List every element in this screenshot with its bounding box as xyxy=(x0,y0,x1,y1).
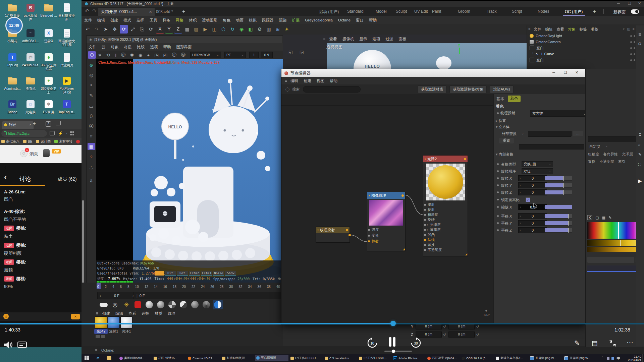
node-canvas[interactable]: ▾ 纹理投射 ▾ 图像纹理 强度变换投射 ◢ ▾ 光泽2 xyxy=(281,94,493,324)
forward-30-button[interactable]: 30 xyxy=(410,337,422,349)
layout-add-icon[interactable]: + xyxy=(593,8,596,14)
volume-cube-icon[interactable]: ⬡ xyxy=(219,25,227,34)
collapse-icon[interactable]: ▾ xyxy=(317,229,319,232)
props-position-group[interactable]: ▸ 位置 xyxy=(496,118,506,123)
prop-value[interactable]: 0 xyxy=(532,214,534,218)
rotate-band-icon[interactable]: ⟳ xyxy=(147,25,155,34)
edge-list-icon[interactable]: ≣ xyxy=(638,32,641,37)
prop-slider-notch[interactable] xyxy=(568,214,569,219)
viewport-layout-icon[interactable]: ▦ xyxy=(183,25,191,34)
node-glossy-out-port[interactable] xyxy=(464,158,466,160)
preset-red-icon[interactable] xyxy=(133,300,143,309)
player-panel-icon[interactable]: ▤ xyxy=(592,339,598,347)
url-pill[interactable]: https://tv.2qj.c xyxy=(1,130,47,137)
rewind-10-button[interactable]: 10 xyxy=(366,337,378,349)
taskbar-item-14[interactable]: 开屏测.png W... xyxy=(563,355,596,361)
menu-3[interactable]: 创建 xyxy=(110,18,118,23)
lock-resolution-icon[interactable]: ◉ xyxy=(139,53,142,58)
port-薄膜层[interactable]: ▸薄膜层 xyxy=(423,227,468,232)
om-list-icon[interactable]: ≡ xyxy=(633,27,635,31)
menu-10[interactable]: 运动图形 xyxy=(202,18,217,23)
start-button[interactable] xyxy=(85,356,89,360)
redo-icon[interactable]: ↷ xyxy=(93,25,101,34)
props-external-chevron[interactable]: ⌄ xyxy=(521,131,524,135)
prop-slider[interactable] xyxy=(545,205,572,209)
node-resize-grip[interactable]: ◢ xyxy=(465,253,467,256)
port-凹凸[interactable]: 凹凸 xyxy=(423,232,468,237)
layout-tab-[interactable]: 启动 (用户) xyxy=(319,9,339,15)
octane-menu-3[interactable]: 对象 xyxy=(111,45,119,50)
mini-slider-knob[interactable] xyxy=(392,350,395,353)
tick-28[interactable]: 28 xyxy=(220,285,223,289)
viewport-menu-1[interactable]: 查看 xyxy=(329,37,337,42)
port-dot[interactable] xyxy=(368,229,370,231)
attr-custom-label[interactable]: 自定义 xyxy=(589,144,600,149)
checker-overlay-icon[interactable]: ▦ xyxy=(88,143,95,150)
pass-shdw-button[interactable]: Shdw xyxy=(225,271,236,276)
player-shrink-icon[interactable] xyxy=(609,340,616,347)
pass-ref-button[interactable]: Ref xyxy=(177,271,188,276)
object-name[interactable]: 空白 xyxy=(536,46,630,51)
object-name[interactable]: OctaneDayLight xyxy=(536,34,630,38)
show-desktop-sliver[interactable] xyxy=(642,354,644,362)
edge-pen-icon[interactable]: ✎ xyxy=(638,152,642,157)
attr-channel-光泽层[interactable]: 光泽层 xyxy=(622,152,633,157)
autofocus-tool-icon[interactable]: Ⓐ xyxy=(88,123,95,130)
tray-icon-1[interactable] xyxy=(607,357,609,360)
bookmark-4[interactable]: 素材中转 xyxy=(54,139,72,144)
focus-picker-icon[interactable]: Ⓕ xyxy=(172,52,176,58)
prop-port-dot[interactable] xyxy=(497,222,499,224)
enable-dot-2[interactable] xyxy=(634,53,635,55)
menu-1[interactable]: 文件 xyxy=(84,18,92,23)
enable-dot-1[interactable] xyxy=(630,53,632,55)
props-internal-group[interactable]: ▾ 内部变换 xyxy=(496,152,514,157)
prop-value[interactable]: 0 xyxy=(532,228,534,232)
attr-channel-不透明度[interactable]: 不透明度 xyxy=(599,159,614,164)
collapse-icon[interactable]: ▾ xyxy=(369,194,370,197)
props-projection-dropdown[interactable]: 立方体⌄ xyxy=(530,110,588,117)
material-name[interactable]: 光泽2 xyxy=(94,329,108,334)
props-tab-shading[interactable]: 着色 xyxy=(508,96,521,102)
preset-half-icon[interactable] xyxy=(178,300,189,309)
node-image-texture[interactable]: ▾ 图像纹理 强度变换投射 ◢ xyxy=(367,192,406,251)
settings-gear-icon[interactable]: ⚙ xyxy=(256,25,264,34)
enable-dot-1[interactable] xyxy=(630,41,632,43)
frame-stepper[interactable]: ‹ 0 F › xyxy=(97,292,136,299)
menu-12[interactable]: 动画 xyxy=(236,18,244,23)
tick-16[interactable]: 16 xyxy=(163,285,167,289)
resolution-scale-field[interactable]: 0.9 xyxy=(261,52,273,58)
port-caret-icon[interactable]: ▸ xyxy=(427,228,428,231)
octane-menu-5[interactable]: 比较 xyxy=(137,45,145,50)
port-dot[interactable] xyxy=(424,234,426,236)
ne-menu-icon[interactable]: ≡ xyxy=(285,78,287,83)
status-menu-icon[interactable]: ≡ xyxy=(95,348,97,353)
ne-maximize-icon[interactable]: ❐ xyxy=(564,70,567,75)
taskbar-item-3[interactable]: Cinema 4D R2... xyxy=(186,355,220,361)
taskbar-item-2[interactable]: 巧匠-设计15... xyxy=(152,355,186,361)
port-投射[interactable]: 投射 xyxy=(367,238,405,244)
port-caret-icon[interactable]: ▸ xyxy=(427,223,428,226)
port-反射[interactable]: 反射 xyxy=(423,207,468,212)
enable-dot-2[interactable] xyxy=(634,47,635,49)
port-dot[interactable] xyxy=(424,244,426,246)
pen-tool-icon[interactable]: ✎ xyxy=(88,92,95,99)
preset-capsule-icon[interactable] xyxy=(99,300,109,309)
prop-slider-notch[interactable] xyxy=(568,221,569,226)
prop-dropdown[interactable]: 变换_值⌄ xyxy=(522,161,553,167)
octane-menu-8[interactable]: 图形界面 xyxy=(176,45,192,50)
octane-menu-6[interactable]: 选项 xyxy=(150,45,158,50)
prop-dropdown[interactable]: XYZ⌄ xyxy=(522,168,553,174)
new-tab-button[interactable]: + xyxy=(33,120,36,126)
speaker-icon[interactable] xyxy=(3,341,13,349)
menu-6[interactable]: 工具 xyxy=(150,18,157,23)
node-editor-menu-3[interactable]: 视图 xyxy=(317,78,324,83)
spline-tool-icon[interactable]: ↻ xyxy=(228,25,236,34)
menu-8[interactable]: 网格 xyxy=(176,18,183,23)
attr-dropdown-empty[interactable] xyxy=(588,136,642,142)
enable-dot-1[interactable] xyxy=(630,59,632,61)
ne-button-1[interactable]: 获取激活材质 xyxy=(418,85,446,93)
color-tool-icons[interactable]: K ▢ ▦ ✎ ✎ xyxy=(587,215,644,220)
prop-port-dot[interactable] xyxy=(497,177,499,179)
stepper-dec-icon[interactable]: ‹ xyxy=(520,215,521,218)
prop-stepper[interactable]: ‹0› xyxy=(518,227,547,233)
